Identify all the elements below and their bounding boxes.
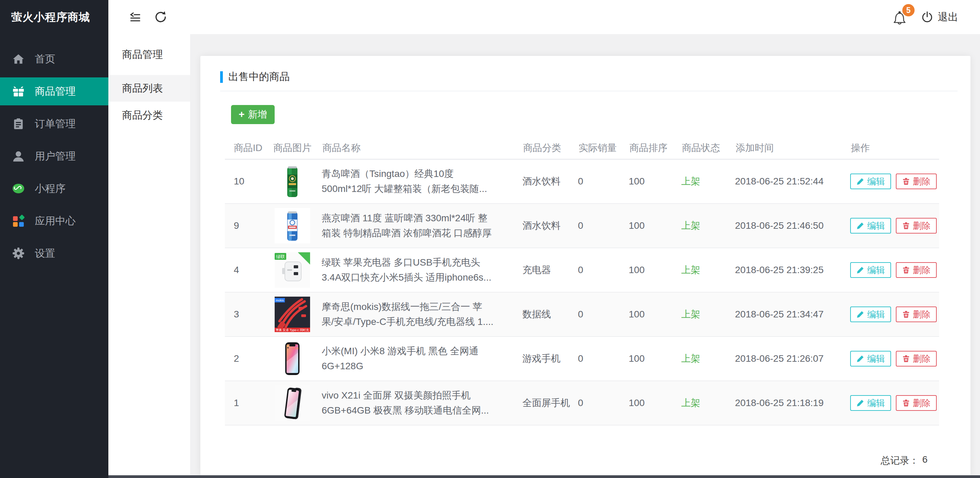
product-added-time: 2018-06-25 21:46:50 (735, 220, 850, 231)
edit-button[interactable]: 编辑 (850, 218, 891, 234)
apps-icon (11, 214, 25, 228)
product-id: 10 (225, 176, 273, 187)
row-actions: 编辑 删除 (850, 174, 939, 189)
submenu-item-product-list[interactable]: 商品列表 (108, 75, 190, 102)
sidebar-item-miniprogram[interactable]: 小程序 (0, 175, 108, 202)
table-row: 4 绿联 绿联 苹果充电器 多口USB手机充电头 3.4A双口快充小米5 (225, 248, 939, 293)
add-product-button[interactable]: + 新增 (231, 105, 275, 124)
total-records-value: 6 (922, 454, 928, 467)
submenu-header: 商品管理 (108, 34, 190, 75)
edit-button[interactable]: 编辑 (850, 306, 891, 322)
sidebar-item-label: 商品管理 (35, 84, 76, 99)
delete-button[interactable]: 删除 (896, 218, 937, 234)
product-image-mi8: 6:18 (273, 341, 322, 376)
product-name: 摩奇思(mokis)数据线一拖三/三合一 苹 果/安卓/Type-C手机充电线/… (322, 300, 522, 329)
row-actions: 编辑 删除 (850, 395, 939, 411)
gift-icon (11, 84, 25, 98)
sidebar-item-home[interactable]: 首页 (0, 45, 108, 73)
edit-label: 编辑 (867, 175, 885, 188)
delete-button[interactable]: 删除 (896, 174, 937, 189)
column-header: 商品排序 (629, 142, 681, 155)
edit-button[interactable]: 编辑 (850, 395, 891, 411)
trash-icon (902, 355, 910, 363)
pencil-icon (856, 355, 864, 363)
collapse-sidebar-icon[interactable] (126, 0, 145, 34)
product-id: 4 (225, 264, 273, 276)
plus-icon: + (239, 109, 245, 120)
submenu-item-product-category[interactable]: 商品分类 (108, 102, 190, 129)
edit-label: 编辑 (867, 397, 885, 409)
trash-icon (902, 310, 910, 319)
sidebar-item-orders[interactable]: 订单管理 (0, 110, 108, 138)
sidebar-item-settings[interactable]: 设置 (0, 239, 108, 267)
title-divider (220, 91, 958, 91)
product-name: 青岛啤酒（Tsingtao）经典10度 500ml*12听 大罐整箱装（新老包装… (322, 166, 522, 196)
trash-icon (902, 266, 910, 274)
sidebar-nav: 首页 商品管理 (0, 41, 108, 272)
product-image-ugreen: 绿联 (273, 252, 322, 288)
submenu-panel: 商品管理 商品列表 商品分类 (108, 34, 190, 478)
trash-icon (902, 221, 910, 230)
product-sales: 0 (578, 264, 629, 276)
product-sort: 100 (629, 353, 681, 364)
row-actions: 编辑 删除 (850, 351, 939, 366)
table-row: 3 mokis (225, 293, 939, 337)
product-sort: 100 (629, 309, 681, 320)
horizontal-scrollbar[interactable] (108, 475, 980, 478)
sidebar-item-label: 用户管理 (35, 149, 76, 163)
product-category: 酒水饮料 (522, 219, 578, 232)
edit-label: 编辑 (867, 264, 885, 276)
home-icon (11, 52, 25, 66)
edit-button[interactable]: 编辑 (850, 174, 891, 189)
delete-label: 删除 (913, 175, 931, 188)
product-sort: 100 (629, 176, 681, 187)
delete-button[interactable]: 删除 (896, 395, 937, 411)
logout-button[interactable]: 退出 (921, 0, 958, 34)
edit-button[interactable]: 编辑 (850, 351, 891, 366)
column-header: 操作 (850, 142, 939, 155)
sidebar-item-products[interactable]: 商品管理 (0, 77, 108, 105)
product-id: 9 (225, 220, 273, 231)
product-image-tsingtao (273, 164, 322, 199)
product-name: 绿联 苹果充电器 多口USB手机充电头 3.4A双口快充小米5插头 适用ipho… (322, 255, 522, 285)
row-actions: 编辑 删除 (850, 218, 939, 234)
table-row: 9 燕京啤酒 11度 蓝听啤酒 330ml*24听 整 箱装 特制精品 (225, 204, 939, 248)
delete-button[interactable]: 删除 (896, 262, 937, 278)
page-title: 出售中的商品 (228, 70, 290, 84)
add-button-label: 新增 (248, 108, 267, 121)
pencil-icon (856, 399, 864, 407)
sidebar-item-appcenter[interactable]: 应用中心 (0, 207, 108, 235)
row-actions: 编辑 删除 (850, 306, 939, 322)
sidebar-item-label: 首页 (35, 52, 55, 66)
refresh-icon[interactable] (151, 0, 170, 34)
delete-button[interactable]: 删除 (896, 351, 937, 366)
edit-label: 编辑 (867, 309, 885, 320)
trash-icon (902, 177, 910, 185)
column-header: 商品ID (225, 142, 273, 155)
table-row: 10 青岛啤酒（Tsingtao）经典10度 500ml*12听 大罐 (225, 159, 939, 204)
product-id: 2 (225, 353, 273, 364)
mokis-logo-text: mokis (276, 299, 284, 302)
column-header: 商品名称 (322, 142, 522, 155)
product-added-time: 2018-06-25 21:26:07 (735, 353, 850, 364)
sidebar: 萤火小程序商城 首页 商品管理 (0, 0, 108, 478)
product-added-time: 2018-06-25 21:52:44 (735, 176, 850, 187)
column-header: 实际销量 (578, 142, 629, 155)
delete-label: 删除 (913, 220, 931, 232)
delete-label: 删除 (913, 397, 931, 409)
delete-button[interactable]: 删除 (896, 306, 937, 322)
product-added-time: 2018-06-25 21:18:19 (735, 398, 850, 408)
orders-icon (11, 117, 25, 131)
admin-screen: 萤火小程序商城 首页 商品管理 (0, 0, 980, 478)
edit-button[interactable]: 编辑 (850, 262, 891, 278)
product-status: 上架 (681, 264, 735, 277)
sidebar-item-users[interactable]: 用户管理 (0, 142, 108, 170)
product-id: 1 (225, 398, 273, 408)
delete-label: 删除 (913, 264, 931, 276)
product-sales: 0 (578, 176, 629, 187)
sidebar-item-label: 订单管理 (35, 117, 76, 131)
pencil-icon (856, 221, 864, 230)
mi8-screen-time: 6:18 (293, 347, 299, 350)
product-id: 3 (225, 309, 273, 320)
total-records: 总记录： 6 (880, 454, 928, 467)
